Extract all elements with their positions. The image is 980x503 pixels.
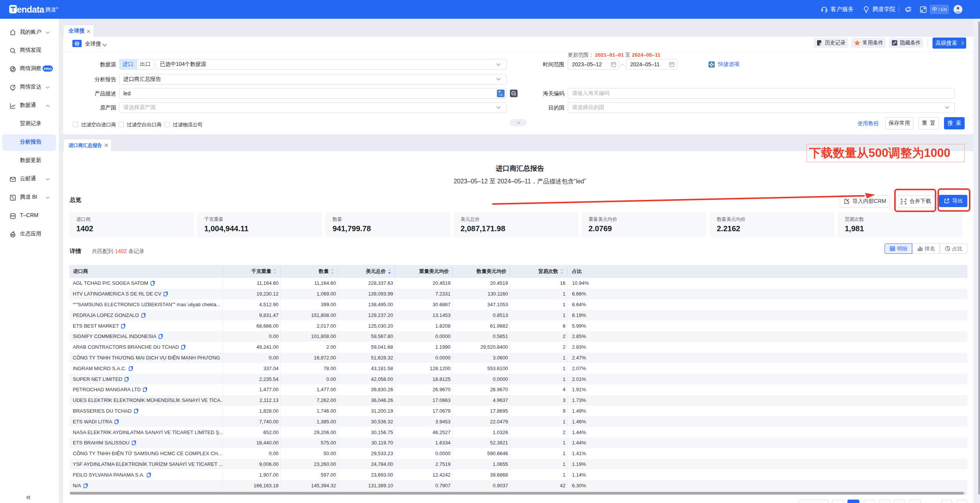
svg-text:A: A (500, 93, 503, 97)
svg-text:BI: BI (13, 198, 15, 200)
